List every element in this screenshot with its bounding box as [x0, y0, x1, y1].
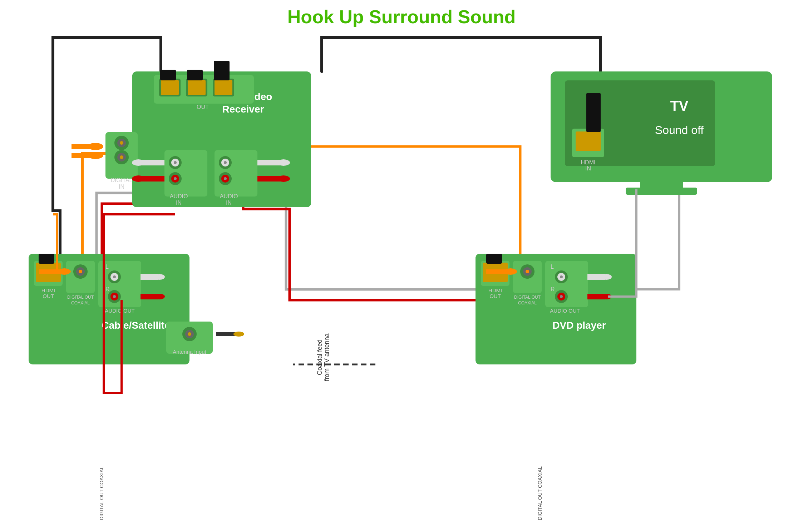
svg-text:L: L: [551, 264, 554, 270]
antenna-label2: from TV antenna: [323, 333, 330, 381]
cable-audio-label: AUDIO OUT: [105, 308, 134, 314]
cable-digital-coaxial-vertical: DIGITAL OUT COAXIAL: [99, 466, 104, 520]
svg-rect-51: [39, 254, 54, 264]
svg-point-68: [154, 274, 165, 280]
svg-point-76: [233, 332, 244, 337]
svg-rect-6: [215, 80, 232, 95]
dvd-digital-coaxial-vertical: DIGITAL OUT COAXIAL: [537, 466, 543, 520]
dvd-hdmi-out-label: OUT: [489, 293, 501, 299]
svg-point-27: [174, 177, 177, 180]
svg-point-31: [132, 175, 145, 182]
svg-point-62: [113, 275, 116, 278]
svg-rect-9: [214, 61, 230, 80]
antenna-label: Coaxial feed: [316, 339, 323, 375]
dvd-coaxial-label: COAXIAL: [518, 300, 537, 305]
svg-point-83: [526, 270, 529, 273]
dvd-label: DVD player: [552, 320, 606, 331]
cable-digital-label: DIGITAL OUT: [67, 295, 94, 300]
cable-label: Cable/Satellite: [102, 320, 170, 331]
svg-point-90: [560, 275, 563, 278]
svg-point-55: [79, 270, 82, 273]
svg-point-94: [560, 295, 563, 298]
svg-text:L: L: [105, 264, 109, 270]
antenna-input-label: Antenna Input: [173, 349, 206, 355]
cable-coaxial-label: COAXIAL: [71, 300, 90, 305]
svg-point-16: [120, 155, 123, 159]
svg-point-24: [174, 161, 177, 164]
svg-rect-57: [39, 269, 65, 274]
svg-rect-85: [486, 269, 512, 274]
tv-subtitle: Sound off: [655, 124, 704, 136]
audio-in-1-label2: IN: [176, 200, 182, 206]
svg-point-66: [113, 295, 116, 298]
svg-rect-7: [160, 70, 176, 80]
digital-in-label: DIGITAL: [110, 177, 132, 183]
svg-rect-21: [164, 150, 207, 197]
svg-rect-32: [215, 150, 257, 197]
audio-in-1-label: AUDIO: [170, 193, 188, 199]
svg-text:R: R: [551, 286, 555, 292]
svg-rect-47: [576, 131, 601, 151]
cable-hdmi-out-label: OUT: [43, 293, 54, 299]
svg-rect-79: [486, 254, 502, 264]
svg-point-70: [154, 294, 165, 299]
svg-point-38: [224, 177, 227, 180]
page-title: Hook Up Surround Sound: [287, 6, 516, 27]
svg-point-96: [601, 274, 612, 280]
cable-hdmi-label: HDMI: [41, 287, 55, 293]
receiver-label-2: Receiver: [222, 104, 264, 115]
svg-point-40: [277, 159, 290, 166]
svg-point-74: [188, 332, 191, 336]
svg-rect-2: [161, 80, 179, 95]
audio-in-2-label2: IN: [226, 200, 232, 206]
svg-rect-18: [72, 144, 97, 149]
svg-rect-48: [586, 93, 601, 132]
svg-point-35: [224, 161, 227, 164]
svg-rect-4: [188, 80, 206, 95]
out-label: OUT: [197, 104, 209, 110]
tv-hdmi-label: HDMI: [581, 159, 596, 165]
svg-point-13: [120, 141, 123, 145]
svg-rect-20: [72, 153, 97, 158]
tv-hdmi-in-label: IN: [585, 165, 591, 171]
svg-point-42: [277, 175, 290, 182]
dvd-hdmi-label: HDMI: [488, 287, 502, 293]
audio-in-2-label: AUDIO: [220, 193, 238, 199]
digital-in-label2: IN: [119, 184, 124, 190]
dvd-audio-label: AUDIO OUT: [550, 308, 580, 314]
svg-point-29: [132, 159, 145, 166]
tv-label: TV: [670, 98, 688, 114]
dvd-digital-label: DIGITAL OUT: [514, 295, 541, 300]
svg-text:R: R: [105, 286, 110, 292]
svg-rect-8: [187, 70, 203, 80]
